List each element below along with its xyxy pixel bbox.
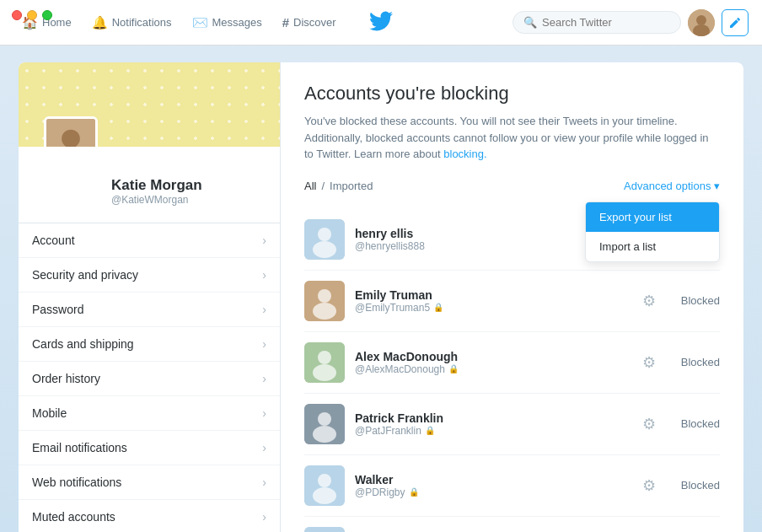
svg-point-7	[318, 228, 331, 241]
user-avatar	[304, 219, 345, 260]
user-avatar	[304, 404, 345, 444]
sidebar-item-web-notif[interactable]: Web notifications ›	[19, 465, 280, 500]
sidebar-item-muted[interactable]: Muted accounts ›	[19, 500, 280, 532]
profile-info: Katie Morgan @KatieWMorgan	[19, 147, 280, 219]
gear-icon[interactable]: ⚙	[642, 476, 656, 495]
sidebar-item-account[interactable]: Account ›	[19, 223, 280, 258]
sidebar: Katie Morgan @KatieWMorgan Account › Sec…	[19, 62, 280, 532]
blocked-user-row: Walker @PDRigby 🔒 ⚙ Blocked	[304, 455, 720, 517]
nav-messages-label: Messages	[212, 16, 262, 29]
profile-handle: @KatieWMorgan	[111, 194, 266, 206]
gear-icon[interactable]: ⚙	[642, 292, 656, 310]
svg-point-11	[313, 303, 336, 320]
hashtag-icon: #	[282, 15, 289, 30]
sidebar-item-label: Mobile	[32, 406, 67, 420]
main-container: Katie Morgan @KatieWMorgan Account › Sec…	[19, 62, 743, 532]
svg-point-20	[313, 487, 336, 504]
user-avatar-nav[interactable]	[688, 9, 715, 36]
sidebar-item-email-notif[interactable]: Email notifications ›	[19, 431, 280, 465]
nav-discover[interactable]: # Discover	[274, 10, 345, 35]
svg-rect-21	[304, 527, 345, 533]
chevron-icon: ›	[262, 234, 266, 247]
lock-icon: 🔒	[433, 303, 443, 312]
svg-point-19	[318, 474, 331, 487]
desc-text: You've blocked these accounts. You will …	[304, 115, 709, 160]
top-nav: 🏠 Home 🔔 Notifications ✉️ Messages # Dis…	[0, 0, 762, 46]
chevron-icon: ›	[262, 337, 266, 351]
import-list-button[interactable]: Import a list	[586, 232, 719, 261]
svg-point-10	[318, 289, 331, 303]
search-input[interactable]	[542, 16, 668, 29]
chevron-icon: ›	[262, 441, 266, 454]
blocked-badge: Blocked	[673, 356, 720, 368]
blocked-badge: Blocked	[673, 294, 720, 307]
sidebar-item-label: Muted accounts	[32, 510, 115, 524]
svg-point-17	[313, 426, 336, 443]
search-icon: 🔍	[523, 16, 537, 29]
compose-button[interactable]	[722, 9, 749, 36]
blocking-link[interactable]: blocking.	[443, 148, 486, 160]
nav-discover-label: Discover	[293, 16, 336, 29]
user-handle: @EmilyTruman5 🔒	[355, 302, 632, 314]
blocked-badge: Blocked	[673, 417, 720, 430]
sidebar-item-label: Password	[32, 303, 83, 316]
svg-point-8	[313, 241, 336, 258]
sidebar-item-label: Order history	[32, 372, 100, 385]
sidebar-item-mobile[interactable]: Mobile ›	[19, 396, 280, 431]
profile-header	[19, 62, 280, 147]
tab-imported[interactable]: Imported	[330, 176, 373, 196]
user-info: Walker @PDRigby 🔒	[355, 473, 632, 498]
nav-messages[interactable]: ✉️ Messages	[184, 10, 271, 35]
lock-icon: 🔒	[409, 487, 419, 497]
sidebar-item-label: Email notifications	[32, 441, 127, 454]
content-description: You've blocked these accounts. You will …	[304, 113, 709, 163]
blocked-user-row: Emily Truman @EmilyTruman5 🔒 ⚙ Blocked	[304, 271, 720, 332]
sidebar-item-label: Web notifications	[32, 476, 121, 489]
user-handle: @PatJFranklin 🔒	[355, 425, 632, 437]
compose-icon	[728, 16, 742, 30]
avatar-image	[688, 9, 715, 36]
export-list-button[interactable]: Export your list	[586, 202, 719, 232]
user-avatar	[304, 281, 345, 321]
user-name: Patrick Franklin	[355, 411, 632, 425]
user-name: Alex MacDonough	[355, 350, 632, 363]
tabs-row: All / Imported Advanced options ▾ Export…	[304, 176, 720, 196]
sidebar-item-password[interactable]: Password ›	[19, 293, 280, 327]
minimize-button[interactable]	[27, 10, 37, 20]
sidebar-item-order-history[interactable]: Order history ›	[19, 362, 280, 396]
profile-name: Katie Morgan	[111, 177, 266, 194]
sidebar-item-security[interactable]: Security and privacy ›	[19, 258, 280, 293]
chevron-icon: ›	[262, 510, 266, 524]
chevron-icon: ›	[262, 372, 266, 385]
blocked-badge: Blocked	[673, 479, 720, 492]
content-area: Accounts you're blocking You've blocked …	[280, 62, 743, 532]
messages-icon: ✉️	[192, 15, 208, 30]
user-avatar	[304, 342, 345, 383]
tab-all[interactable]: All	[304, 176, 316, 196]
close-button[interactable]	[12, 10, 22, 20]
notifications-icon: 🔔	[92, 15, 108, 30]
blocked-user-row: Alex MacDonough @AlexMacDonough 🔒 ⚙ Bloc…	[304, 332, 720, 394]
sidebar-item-label: Cards and shipping	[32, 337, 134, 351]
gear-icon[interactable]: ⚙	[642, 415, 656, 433]
nav-right	[688, 9, 749, 36]
traffic-lights	[12, 10, 52, 20]
nav-items: 🏠 Home 🔔 Notifications ✉️ Messages # Dis…	[13, 10, 345, 35]
sidebar-item-label: Security and privacy	[32, 268, 138, 282]
page-title: Accounts you're blocking	[304, 83, 720, 105]
gear-icon[interactable]: ⚙	[642, 353, 656, 372]
sidebar-item-label: Account	[32, 234, 75, 247]
sidebar-item-cards[interactable]: Cards and shipping ›	[19, 327, 280, 362]
fullscreen-button[interactable]	[42, 10, 52, 20]
blocked-user-row: Patrick Franklin @PatJFranklin 🔒 ⚙ Block…	[304, 394, 720, 455]
nav-notifications[interactable]: 🔔 Notifications	[83, 10, 180, 35]
profile-avatar	[44, 116, 98, 147]
nav-notifications-label: Notifications	[112, 16, 172, 29]
user-handle: @AlexMacDonough 🔒	[355, 363, 632, 375]
user-info: Alex MacDonough @AlexMacDonough 🔒	[355, 350, 632, 375]
chevron-icon: ›	[262, 406, 266, 420]
chevron-icon: ›	[262, 476, 266, 489]
advanced-dropdown: Export your list Import a list	[585, 202, 720, 262]
advanced-options-button[interactable]: Advanced options ▾	[624, 180, 720, 192]
search-box[interactable]: 🔍	[512, 11, 681, 34]
